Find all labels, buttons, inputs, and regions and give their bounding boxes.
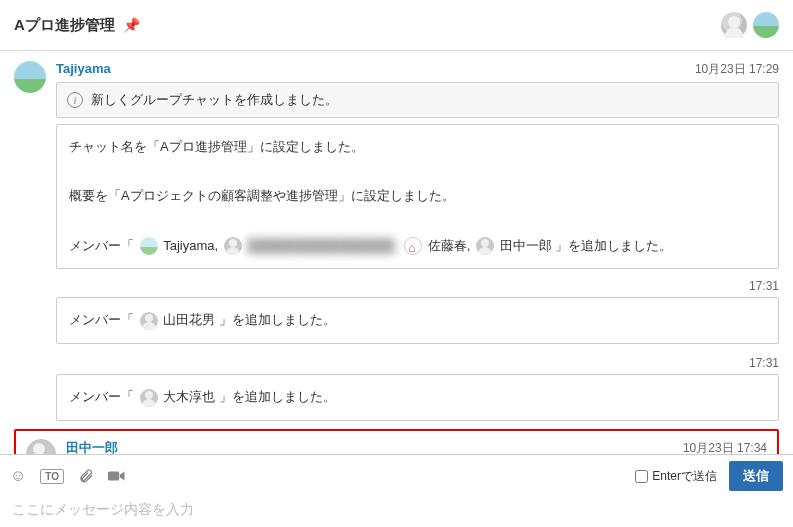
chat-title: Aプロ進捗管理 bbox=[14, 16, 115, 35]
pin-icon[interactable]: 📌 bbox=[123, 17, 140, 33]
composer-toolbar: ☺ TO Enterで送信 送信 bbox=[0, 455, 793, 497]
member-avatar[interactable] bbox=[721, 12, 747, 38]
system-line: メンバー「 Tajiyama, ████████████████, 佐藤春, 田… bbox=[69, 234, 766, 259]
highlighted-message: 田中一郎 10月23日 17:34 TO 佐藤春さん さっきのメール、CCで見ま… bbox=[14, 429, 779, 454]
message: 17:31 メンバー「 山田花男 」を追加しました。 bbox=[56, 279, 779, 344]
system-box: メンバー「 大木淳也 」を追加しました。 bbox=[56, 374, 779, 421]
avatar[interactable] bbox=[14, 61, 46, 93]
avatar[interactable] bbox=[26, 439, 56, 454]
message-list: Tajiyama 10月23日 17:29 i 新しくグループチャットを作成しま… bbox=[0, 51, 793, 454]
svg-rect-0 bbox=[108, 472, 119, 481]
member-mini-avatar bbox=[404, 237, 422, 255]
enter-send-toggle[interactable]: Enterで送信 bbox=[635, 468, 717, 485]
to-button[interactable]: TO bbox=[40, 469, 64, 484]
enter-send-checkbox[interactable] bbox=[635, 470, 648, 483]
banner-text: 新しくグループチャットを作成しました。 bbox=[91, 91, 338, 109]
author-name[interactable]: Tajiyama bbox=[56, 61, 111, 76]
attach-icon[interactable] bbox=[78, 468, 94, 484]
member-mini-avatar bbox=[224, 237, 242, 255]
system-banner: i 新しくグループチャットを作成しました。 bbox=[56, 82, 779, 118]
member-mini-avatar bbox=[140, 389, 158, 407]
system-box: チャット名を「Aプロ進捗管理」に設定しました。 概要を「Aプロジェクトの顧客調整… bbox=[56, 124, 779, 269]
author-name[interactable]: 田中一郎 bbox=[66, 439, 118, 454]
member-mini-avatar bbox=[140, 237, 158, 255]
video-icon[interactable] bbox=[108, 469, 126, 483]
member-mini-avatar bbox=[476, 237, 494, 255]
timestamp: 17:31 bbox=[56, 356, 779, 370]
message: Tajiyama 10月23日 17:29 i 新しくグループチャットを作成しま… bbox=[14, 61, 779, 269]
system-line: チャット名を「Aプロ進捗管理」に設定しました。 bbox=[69, 135, 766, 160]
message-input[interactable] bbox=[0, 497, 793, 527]
system-line: 概要を「Aプロジェクトの顧客調整や進捗管理」に設定しました。 bbox=[69, 184, 766, 209]
system-box: メンバー「 山田花男 」を追加しました。 bbox=[56, 297, 779, 344]
chat-header: Aプロ進捗管理 📌 bbox=[0, 0, 793, 51]
redacted-text: ████████████████, bbox=[247, 238, 398, 253]
send-button[interactable]: 送信 bbox=[729, 461, 783, 491]
message: 17:31 メンバー「 大木淳也 」を追加しました。 bbox=[56, 356, 779, 421]
member-mini-avatar bbox=[140, 312, 158, 330]
info-icon: i bbox=[67, 92, 83, 108]
member-avatar[interactable] bbox=[753, 12, 779, 38]
composer: ☺ TO Enterで送信 送信 bbox=[0, 454, 793, 527]
timestamp: 10月23日 17:29 bbox=[695, 61, 779, 78]
timestamp: 10月23日 17:34 bbox=[683, 440, 767, 454]
emoji-icon[interactable]: ☺ bbox=[10, 467, 26, 485]
timestamp: 17:31 bbox=[56, 279, 779, 293]
